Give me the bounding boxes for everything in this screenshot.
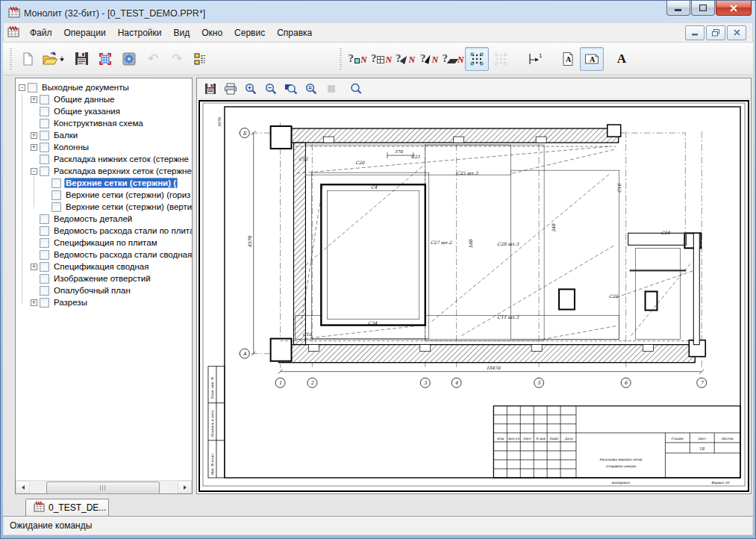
query-grid-number-icon[interactable]: ?N	[369, 47, 393, 71]
tree-item-root[interactable]: -Выходные документы	[19, 81, 192, 93]
undo-icon[interactable]: ↶	[141, 47, 165, 71]
query-beam-number-icon[interactable]: ?N	[393, 47, 417, 71]
menu-item-settings[interactable]: Настройки	[112, 25, 168, 41]
tree-checkbox[interactable]	[40, 250, 49, 260]
tree-expander[interactable]: -	[31, 168, 37, 175]
grid-points-off-icon[interactable]	[489, 47, 513, 71]
menu-item-operations[interactable]: Операции	[58, 25, 112, 41]
zoom-out-icon[interactable]	[263, 81, 278, 96]
tree-expander[interactable]	[31, 252, 37, 258]
tree-checkbox[interactable]	[51, 202, 61, 212]
zoom-actual-icon[interactable]	[304, 81, 319, 96]
tree-checkbox[interactable]	[40, 262, 49, 272]
tree-item[interactable]: Ведомость расхода стали по плита	[19, 225, 192, 237]
tree-horizontal-scrollbar[interactable]	[16, 480, 192, 493]
tree-item[interactable]: Верхние сетки (стержни) (верти	[19, 201, 192, 213]
mdi-restore-button[interactable]	[706, 25, 725, 40]
tree-expander[interactable]	[43, 204, 49, 211]
print-icon[interactable]	[223, 81, 238, 96]
scroll-track[interactable]	[30, 482, 178, 493]
tree-item[interactable]: Ведомость деталей	[19, 213, 192, 225]
tree-checkbox[interactable]	[40, 286, 49, 296]
tree-expander[interactable]	[31, 156, 37, 163]
tree-item-selected[interactable]: Верхние сетки (стержни) (	[19, 177, 192, 189]
tree-checkbox[interactable]	[40, 119, 49, 128]
scroll-thumb[interactable]	[46, 482, 160, 494]
tree-checkbox[interactable]	[40, 214, 49, 224]
save-icon[interactable]	[203, 81, 218, 96]
tree-expander[interactable]: +	[31, 96, 37, 103]
tree-expander[interactable]	[31, 108, 37, 115]
tree-item[interactable]: +Разрезы	[19, 296, 192, 308]
tree-checkbox[interactable]	[28, 83, 37, 93]
tree-checkbox[interactable]	[40, 143, 49, 152]
save-document-icon[interactable]	[69, 47, 93, 71]
text-frame-landscape-icon[interactable]: A	[580, 47, 604, 71]
open-document-icon[interactable]	[40, 47, 69, 71]
redo-icon[interactable]: ↷	[165, 47, 189, 71]
tree-checkbox[interactable]	[40, 107, 49, 116]
toolbar-grip[interactable]	[340, 49, 342, 69]
tree-checkbox[interactable]	[40, 95, 49, 105]
text-icon[interactable]: A	[610, 47, 634, 71]
tree-expander[interactable]: -	[19, 84, 25, 91]
tree-checkbox[interactable]	[40, 155, 49, 164]
tree-expander[interactable]	[31, 287, 37, 294]
search-icon[interactable]	[349, 81, 363, 96]
tree-item[interactable]: Верхние сетки (стержни) (гориз	[19, 189, 192, 201]
tree-item[interactable]: +Спецификация сводная	[19, 261, 192, 272]
tree-expander[interactable]	[43, 180, 49, 187]
scroll-left-arrow[interactable]	[16, 481, 30, 493]
tree-checkbox[interactable]	[40, 238, 49, 248]
tree-item[interactable]: +Колонны	[19, 141, 192, 153]
tree-expander[interactable]	[31, 120, 37, 127]
tree-item[interactable]: +Балки	[19, 129, 192, 141]
maximize-button[interactable]	[691, 1, 715, 16]
tree-expander[interactable]	[43, 192, 49, 199]
tree-checkbox[interactable]	[40, 166, 49, 176]
menu-item-help[interactable]: Справка	[271, 25, 318, 41]
tree-item[interactable]: Конструктивная схема	[19, 117, 192, 129]
tree-expander[interactable]: +	[31, 264, 37, 270]
tree-item[interactable]: Опалубочный план	[19, 284, 192, 296]
menu-item-service[interactable]: Сервис	[228, 25, 271, 41]
tree-checkbox[interactable]	[51, 178, 61, 188]
tree-checkbox[interactable]	[51, 190, 61, 200]
tree-item[interactable]: Изображение отверстий	[19, 272, 192, 284]
mdi-minimize-button[interactable]	[685, 25, 705, 40]
tree-expander[interactable]: +	[31, 132, 37, 139]
menu-item-view[interactable]: Вид	[168, 25, 196, 41]
tree-expander[interactable]	[31, 216, 37, 222]
fragment-frame-icon[interactable]	[93, 47, 117, 71]
query-column-number-icon[interactable]: ?N	[417, 47, 441, 71]
drawing-canvas[interactable]: 9570 Взам. инв. № Подпись и дата Инв. № …	[199, 100, 749, 492]
tree-checkbox[interactable]	[40, 298, 49, 308]
tree-item[interactable]: Ведомость расхода стали сводная	[19, 249, 192, 261]
pan-icon[interactable]	[324, 81, 339, 96]
scroll-right-arrow[interactable]	[178, 481, 192, 493]
dimension-mode-icon[interactable]: 1	[523, 47, 547, 71]
tree-checkbox[interactable]	[40, 226, 49, 236]
tree-item[interactable]: -Раскладка верхних сеток (стержне	[19, 165, 192, 177]
preview-icon[interactable]	[117, 47, 141, 71]
document-tab[interactable]: 0_TEST_DE...	[25, 499, 109, 516]
zoom-in-icon[interactable]	[243, 81, 258, 96]
query-slab-number-icon[interactable]: ?N	[441, 47, 465, 71]
toolbar-grip[interactable]	[10, 49, 12, 69]
tree-checkbox[interactable]	[40, 131, 49, 140]
tree-expander[interactable]: +	[31, 299, 37, 306]
document-structure-icon[interactable]	[189, 47, 213, 71]
tree-expander[interactable]	[31, 228, 37, 234]
tree-expander[interactable]	[31, 240, 37, 246]
title-bar[interactable]: Монолит (32-бит) - [0_TEST_DEMO.PPR*]	[3, 1, 753, 22]
close-button[interactable]	[716, 1, 752, 16]
tree-expander[interactable]	[31, 275, 37, 282]
zoom-window-icon[interactable]	[284, 81, 299, 96]
menu-item-window[interactable]: Окно	[196, 25, 228, 41]
tree-item[interactable]: Спецификация по плитам	[19, 237, 192, 249]
tree-checkbox[interactable]	[40, 274, 49, 284]
menu-item-file[interactable]: Файл	[24, 25, 58, 41]
tree-item[interactable]: Раскладка нижних сеток (стержне	[19, 153, 192, 165]
app-menu-icon[interactable]	[7, 25, 19, 40]
grid-points-on-icon[interactable]	[465, 47, 489, 71]
